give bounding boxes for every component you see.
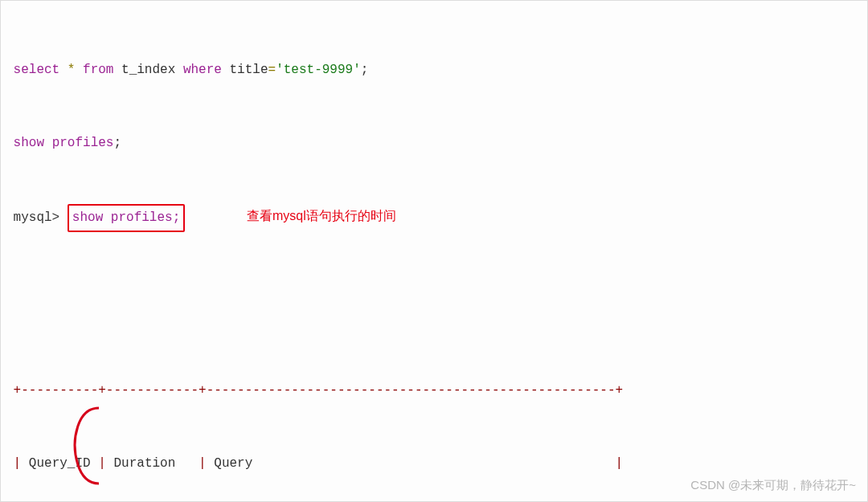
table-border-top: +----------+------------+---------------…	[6, 378, 862, 402]
code-block: select * from t_index where title='test-…	[0, 0, 868, 502]
sql-line-1: select * from t_index where title='test-…	[6, 58, 862, 82]
sql-preamble: select * from t_index where title='test-…	[6, 9, 862, 329]
table-header-row: | Query_ID | Duration | Query |	[6, 451, 862, 475]
sql-line-2: show profiles;	[6, 131, 862, 155]
sql-line-3: mysql> show profiles; 查看mysql语句执行的时间	[6, 204, 862, 280]
col-query: Query	[214, 456, 252, 471]
highlighted-command: show profiles;	[68, 204, 185, 231]
brace-red-icon	[67, 403, 107, 492]
annotation-check-time: 查看mysql语句执行的时间	[247, 204, 396, 228]
col-duration: Duration	[113, 456, 175, 471]
watermark: CSDN @未来可期，静待花开~	[690, 474, 856, 497]
